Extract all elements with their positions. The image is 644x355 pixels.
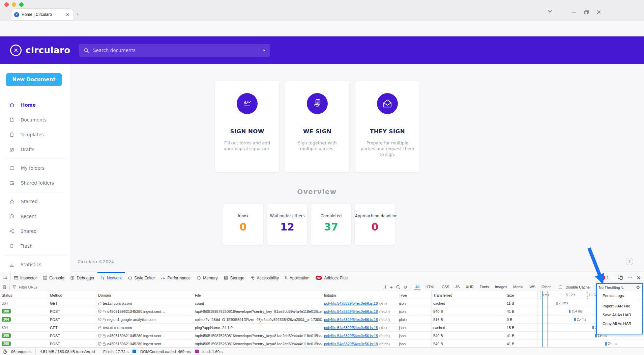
stat-label: Approaching deadline [355, 214, 395, 218]
sidebar-item-statistics[interactable]: Statistics [0, 257, 70, 272]
initiator-link[interactable]: polyfills.54a6329f54ec0e56.js:18 [324, 334, 378, 338]
filter-pill-fonts[interactable]: Fonts [479, 284, 490, 290]
minimize-window-light[interactable] [12, 2, 16, 7]
action-card-they-sign[interactable]: THEY SIGN Prepare for multiple parties a… [355, 81, 419, 172]
devtools-tab-performance[interactable]: Performance [158, 272, 194, 283]
sidebar-item-trash[interactable]: Trash [0, 239, 70, 253]
search-requests-icon[interactable] [396, 285, 400, 289]
tab-close-icon[interactable]: ✕ [65, 12, 70, 17]
devtools-close-icon[interactable]: ✕ [637, 275, 641, 280]
initiator-link[interactable]: polyfills.54a6329f54ec0e56.js:18 [324, 309, 378, 313]
devtools-tab-storage[interactable]: Storage [221, 272, 247, 283]
network-settings-menu: No Throttling ⇅ ⚙ Persist LogsImport HAR… [596, 283, 643, 334]
menu-item-persist-logs[interactable]: Persist Logs [597, 291, 642, 300]
waterfall-bar [569, 310, 570, 313]
error-count-badge[interactable]: !1 [601, 275, 609, 280]
minimize-button[interactable] [572, 10, 576, 14]
browser-tab[interactable]: ✕ Home | Circularo ✕ [11, 9, 73, 20]
devtools-tab-network[interactable]: Network [97, 272, 125, 283]
throttling-select[interactable]: No Throttling ⇅ [599, 285, 624, 290]
filter-pill-css[interactable]: CSS [441, 284, 450, 290]
request-count[interactable]: 96 requests [11, 350, 31, 354]
devtools-tab-memory[interactable]: Memory [194, 272, 221, 283]
screenshot-stage: ✕ Home | Circularo ✕ + ← → a̲° https://t… [0, 0, 644, 355]
new-tab-button[interactable]: + [76, 11, 80, 18]
menu-item-copy-all-as-har[interactable]: Copy All As HAR [597, 319, 642, 328]
devtools-tab-application[interactable]: ⠿Application [282, 272, 313, 283]
responsive-design-mode-icon[interactable] [618, 275, 623, 280]
sidebar-item-starred[interactable]: Starred [0, 194, 70, 209]
menu-item-import-har-file[interactable]: Import HAR File [597, 302, 642, 310]
devtools-meatball-menu[interactable]: ⋯ [627, 275, 632, 281]
column-header-method[interactable]: Method [48, 291, 96, 299]
document-search-input[interactable]: Search documents ▾ [79, 44, 270, 57]
stat-card-approaching-deadline[interactable]: Approaching deadline 0 [355, 204, 395, 245]
search-type-dropdown[interactable]: ▾ [263, 48, 265, 53]
add-request-icon[interactable]: + [390, 284, 393, 290]
sidebar-item-home[interactable]: Home [0, 98, 70, 112]
filter-pill-images[interactable]: Images [494, 284, 508, 290]
clock-icon [9, 214, 14, 219]
column-header-size[interactable]: Size [505, 291, 537, 299]
column-header-transferred[interactable]: Transferred [431, 291, 505, 299]
filter-pill-ws[interactable]: WS [528, 284, 536, 290]
new-document-button[interactable]: New Document [6, 73, 62, 86]
devtools-tab-console[interactable]: Console [40, 272, 67, 283]
filter-pill-js[interactable]: JS [455, 284, 461, 290]
filter-pill-all[interactable]: All [414, 284, 420, 290]
stat-value: 0 [355, 221, 395, 233]
column-header-file[interactable]: File [193, 291, 322, 299]
pick-element-button[interactable] [0, 272, 11, 283]
filter-pill-other[interactable]: Other [540, 284, 552, 290]
stat-card-inbox[interactable]: Inbox 0 [223, 204, 263, 245]
devtools-tab-style-editor[interactable]: Style Editor [125, 272, 158, 283]
sidebar-item-recent[interactable]: Recent [0, 209, 70, 224]
menu-item-save-all-as-har[interactable]: Save All As HAR [597, 310, 642, 319]
sidebar-item-shared-folders[interactable]: Shared folders [0, 175, 70, 190]
filter-pill-html[interactable]: HTML [425, 284, 437, 290]
disable-cache-checkbox[interactable] [559, 285, 562, 289]
devtools-tab-adblock-plus[interactable]: ABPAdblock Plus [313, 272, 351, 283]
macos-traffic-lights[interactable] [4, 2, 24, 7]
devtools-tab-accessibility[interactable]: Accessibility [247, 272, 282, 283]
pause-log-icon[interactable] [383, 285, 386, 289]
disable-cache-label[interactable]: Disable Cache [565, 285, 590, 289]
gear-icon[interactable]: ⚙ [636, 285, 640, 290]
sidebar-item-documents[interactable]: Documents [0, 112, 70, 127]
stat-label: Waiting for others [267, 214, 307, 218]
block-request-icon[interactable]: ⊘ [404, 284, 407, 290]
sidebar-item-my-folders[interactable]: My folders [0, 161, 70, 175]
domain-cell: test.circularo.com [96, 299, 193, 307]
action-card-sign-now[interactable]: SIGN NOW Fill out forms and add your dig… [215, 81, 279, 172]
column-header-initiator[interactable]: Initiator [322, 291, 397, 299]
action-card-we-sign[interactable]: WE SIGN Sign together with multiple part… [285, 81, 349, 172]
initiator-link[interactable]: polyfills.54a6329f54ec0e56.js:18 [324, 342, 378, 346]
restore-button[interactable] [584, 10, 589, 15]
column-header-domain[interactable]: Domain [96, 291, 193, 299]
circularo-logo[interactable]: ✕ circularo [10, 45, 70, 56]
stat-card-waiting-for-others[interactable]: Waiting for others 12 [267, 204, 307, 245]
app-header: ✕ circularo Search documents ▾ C Charlie… [0, 36, 644, 64]
clear-requests-icon[interactable] [3, 285, 7, 289]
help-button[interactable]: ? [626, 258, 633, 265]
initiator-link[interactable]: polyfills.54a6329f54ec0e56.js:18 [324, 301, 378, 305]
column-header-status[interactable]: Status [0, 291, 48, 299]
filter-urls-input[interactable]: Filter URLs [19, 285, 37, 289]
column-header-type[interactable]: Type [397, 291, 431, 299]
sidebar-item-shared[interactable]: Shared [0, 224, 70, 239]
sidebar-item-drafts[interactable]: Drafts [0, 142, 70, 157]
filter-pill-xhr[interactable]: XHR [465, 284, 474, 290]
devtools-tab-debugger[interactable]: Debugger [67, 272, 97, 283]
initiator-link[interactable]: polyfills.54a6329f54ec0e56.js:18 [324, 318, 378, 322]
sidebar-item-templates[interactable]: Templates [0, 127, 70, 142]
zoom-window-light[interactable] [19, 2, 24, 7]
tab-list-chevron-icon[interactable] [548, 10, 552, 13]
close-window-light[interactable] [4, 2, 9, 7]
stat-card-completed[interactable]: Completed 37 [311, 204, 351, 245]
filter-pill-media[interactable]: Media [512, 284, 524, 290]
transferred-size[interactable]: 4.51 MB / 183.08 kB transferred [40, 350, 95, 354]
devtools-tab-inspector[interactable]: Inspector [11, 272, 40, 283]
close-window-button[interactable] [597, 10, 601, 14]
initiator-link[interactable]: polyfills.54a6329f54ec0e56.js:18 [324, 326, 378, 330]
status-cell: 304 [0, 299, 48, 307]
